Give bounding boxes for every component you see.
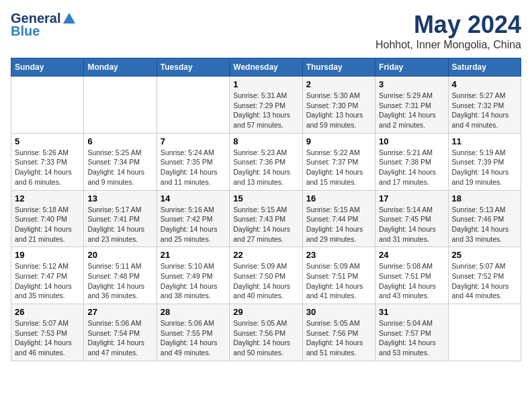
day-cell: 2Sunrise: 5:30 AM Sunset: 7:30 PM Daylig…	[302, 77, 375, 134]
day-info: Sunrise: 5:27 AM Sunset: 7:32 PM Dayligh…	[452, 91, 517, 130]
week-row-1: 1Sunrise: 5:31 AM Sunset: 7:29 PM Daylig…	[11, 77, 521, 134]
day-cell: 6Sunrise: 5:25 AM Sunset: 7:34 PM Daylig…	[84, 133, 157, 190]
day-number: 6	[87, 136, 152, 146]
day-info: Sunrise: 5:09 AM Sunset: 7:50 PM Dayligh…	[233, 261, 298, 301]
day-cell: 20Sunrise: 5:11 AM Sunset: 7:48 PM Dayli…	[84, 247, 157, 304]
day-cell: 14Sunrise: 5:16 AM Sunset: 7:42 PM Dayli…	[157, 190, 229, 247]
day-header-thursday: Thursday	[302, 58, 375, 77]
day-info: Sunrise: 5:14 AM Sunset: 7:45 PM Dayligh…	[379, 205, 444, 244]
day-number: 27	[87, 307, 152, 317]
day-number: 8	[233, 136, 298, 146]
day-number: 4	[452, 79, 517, 89]
day-info: Sunrise: 5:10 AM Sunset: 7:49 PM Dayligh…	[161, 261, 226, 301]
day-cell: 31Sunrise: 5:04 AM Sunset: 7:57 PM Dayli…	[375, 304, 448, 361]
location-subtitle: Hohhot, Inner Mongolia, China	[375, 39, 521, 51]
day-number: 26	[15, 307, 80, 317]
day-cell: 17Sunrise: 5:14 AM Sunset: 7:45 PM Dayli…	[375, 190, 448, 247]
day-cell: 16Sunrise: 5:15 AM Sunset: 7:44 PM Dayli…	[302, 190, 375, 247]
day-number: 15	[233, 193, 298, 203]
day-info: Sunrise: 5:07 AM Sunset: 7:52 PM Dayligh…	[452, 261, 517, 301]
day-cell: 8Sunrise: 5:23 AM Sunset: 7:36 PM Daylig…	[230, 133, 302, 190]
day-number: 10	[379, 136, 444, 146]
day-info: Sunrise: 5:26 AM Sunset: 7:33 PM Dayligh…	[15, 148, 80, 187]
day-header-sunday: Sunday	[11, 58, 84, 77]
week-row-3: 12Sunrise: 5:18 AM Sunset: 7:40 PM Dayli…	[11, 190, 521, 247]
day-cell: 29Sunrise: 5:05 AM Sunset: 7:56 PM Dayli…	[230, 304, 302, 361]
day-cell	[448, 304, 521, 361]
day-number: 20	[87, 250, 152, 260]
day-cell: 9Sunrise: 5:22 AM Sunset: 7:37 PM Daylig…	[302, 133, 375, 190]
day-number: 23	[306, 250, 371, 260]
day-cell: 25Sunrise: 5:07 AM Sunset: 7:52 PM Dayli…	[448, 247, 521, 304]
day-cell: 1Sunrise: 5:31 AM Sunset: 7:29 PM Daylig…	[230, 77, 302, 134]
day-header-wednesday: Wednesday	[230, 58, 302, 77]
svg-marker-0	[63, 13, 75, 24]
month-title: May 2024	[375, 11, 521, 39]
header-row: SundayMondayTuesdayWednesdayThursdayFrid…	[11, 58, 521, 77]
day-number: 3	[379, 79, 444, 89]
calendar-body: 1Sunrise: 5:31 AM Sunset: 7:29 PM Daylig…	[11, 77, 521, 361]
day-info: Sunrise: 5:31 AM Sunset: 7:29 PM Dayligh…	[233, 91, 298, 130]
day-info: Sunrise: 5:05 AM Sunset: 7:56 PM Dayligh…	[233, 318, 298, 358]
day-number: 5	[15, 136, 80, 146]
day-number: 16	[306, 193, 371, 203]
day-cell: 18Sunrise: 5:13 AM Sunset: 7:46 PM Dayli…	[448, 190, 521, 247]
day-cell: 10Sunrise: 5:21 AM Sunset: 7:38 PM Dayli…	[375, 133, 448, 190]
day-info: Sunrise: 5:15 AM Sunset: 7:44 PM Dayligh…	[306, 205, 371, 244]
day-number: 29	[233, 307, 298, 317]
day-info: Sunrise: 5:11 AM Sunset: 7:48 PM Dayligh…	[87, 261, 152, 301]
day-number: 18	[452, 193, 517, 203]
day-number: 2	[306, 79, 371, 89]
day-header-monday: Monday	[84, 58, 157, 77]
day-number: 14	[161, 193, 226, 203]
day-info: Sunrise: 5:06 AM Sunset: 7:55 PM Dayligh…	[161, 318, 226, 358]
day-number: 22	[233, 250, 298, 260]
day-info: Sunrise: 5:16 AM Sunset: 7:42 PM Dayligh…	[161, 205, 226, 244]
day-cell: 11Sunrise: 5:19 AM Sunset: 7:39 PM Dayli…	[448, 133, 521, 190]
day-number: 7	[161, 136, 226, 146]
day-info: Sunrise: 5:04 AM Sunset: 7:57 PM Dayligh…	[379, 318, 444, 358]
title-area: May 2024 Hohhot, Inner Mongolia, China	[375, 11, 521, 51]
day-cell: 7Sunrise: 5:24 AM Sunset: 7:35 PM Daylig…	[157, 133, 229, 190]
day-info: Sunrise: 5:22 AM Sunset: 7:37 PM Dayligh…	[306, 148, 371, 187]
day-info: Sunrise: 5:30 AM Sunset: 7:30 PM Dayligh…	[306, 91, 371, 130]
day-number: 21	[161, 250, 226, 260]
day-cell: 27Sunrise: 5:06 AM Sunset: 7:54 PM Dayli…	[84, 304, 157, 361]
day-info: Sunrise: 5:05 AM Sunset: 7:56 PM Dayligh…	[306, 318, 371, 358]
calendar-header: SundayMondayTuesdayWednesdayThursdayFrid…	[11, 58, 521, 77]
day-cell: 26Sunrise: 5:07 AM Sunset: 7:53 PM Dayli…	[11, 304, 84, 361]
day-cell: 3Sunrise: 5:29 AM Sunset: 7:31 PM Daylig…	[375, 77, 448, 134]
calendar-table: SundayMondayTuesdayWednesdayThursdayFrid…	[11, 58, 521, 361]
day-number: 25	[452, 250, 517, 260]
day-number: 28	[161, 307, 226, 317]
day-number: 13	[87, 193, 152, 203]
day-cell: 19Sunrise: 5:12 AM Sunset: 7:47 PM Dayli…	[11, 247, 84, 304]
day-cell	[157, 77, 229, 134]
day-number: 30	[306, 307, 371, 317]
day-info: Sunrise: 5:12 AM Sunset: 7:47 PM Dayligh…	[15, 261, 80, 301]
day-cell: 5Sunrise: 5:26 AM Sunset: 7:33 PM Daylig…	[11, 133, 84, 190]
logo-icon	[62, 11, 77, 26]
day-number: 31	[379, 307, 444, 317]
day-info: Sunrise: 5:23 AM Sunset: 7:36 PM Dayligh…	[233, 148, 298, 187]
logo: General Blue	[11, 11, 77, 39]
day-cell: 23Sunrise: 5:09 AM Sunset: 7:51 PM Dayli…	[302, 247, 375, 304]
day-cell: 30Sunrise: 5:05 AM Sunset: 7:56 PM Dayli…	[302, 304, 375, 361]
day-number: 9	[306, 136, 371, 146]
day-cell: 28Sunrise: 5:06 AM Sunset: 7:55 PM Dayli…	[157, 304, 229, 361]
day-number: 19	[15, 250, 80, 260]
day-cell	[11, 77, 84, 134]
day-cell: 12Sunrise: 5:18 AM Sunset: 7:40 PM Dayli…	[11, 190, 84, 247]
day-header-friday: Friday	[375, 58, 448, 77]
day-info: Sunrise: 5:19 AM Sunset: 7:39 PM Dayligh…	[452, 148, 517, 187]
week-row-5: 26Sunrise: 5:07 AM Sunset: 7:53 PM Dayli…	[11, 304, 521, 361]
day-cell: 4Sunrise: 5:27 AM Sunset: 7:32 PM Daylig…	[448, 77, 521, 134]
day-info: Sunrise: 5:18 AM Sunset: 7:40 PM Dayligh…	[15, 205, 80, 244]
day-info: Sunrise: 5:09 AM Sunset: 7:51 PM Dayligh…	[306, 261, 371, 301]
day-cell: 22Sunrise: 5:09 AM Sunset: 7:50 PM Dayli…	[230, 247, 302, 304]
day-cell: 13Sunrise: 5:17 AM Sunset: 7:41 PM Dayli…	[84, 190, 157, 247]
day-number: 17	[379, 193, 444, 203]
day-info: Sunrise: 5:08 AM Sunset: 7:51 PM Dayligh…	[379, 261, 444, 301]
day-info: Sunrise: 5:13 AM Sunset: 7:46 PM Dayligh…	[452, 205, 517, 244]
week-row-4: 19Sunrise: 5:12 AM Sunset: 7:47 PM Dayli…	[11, 247, 521, 304]
